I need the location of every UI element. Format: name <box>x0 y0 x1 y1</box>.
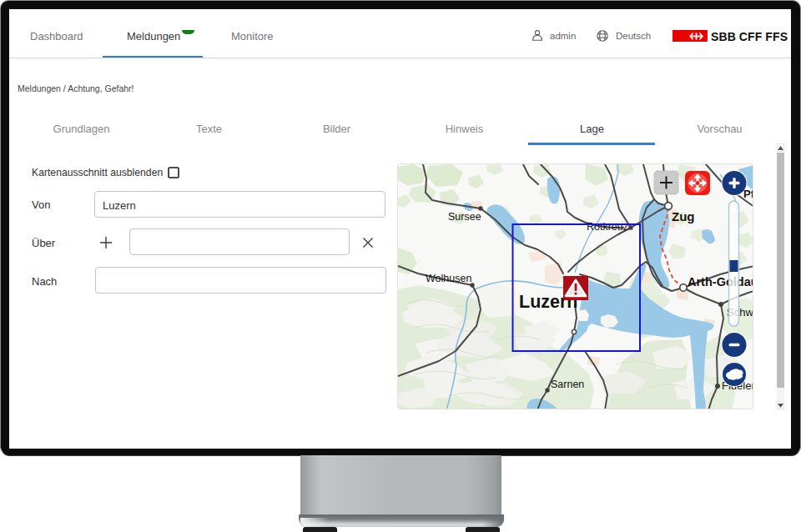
svg-text:Sursee: Sursee <box>448 211 481 223</box>
svg-text:Zug: Zug <box>672 209 695 223</box>
svg-text:Pf: Pf <box>743 188 753 200</box>
svg-text:Arth-Goldau: Arth-Goldau <box>688 275 753 289</box>
svg-text:Rotkreuz: Rotkreuz <box>587 221 628 233</box>
svg-text:Wolhusen: Wolhusen <box>426 273 471 284</box>
svg-text:Sarnen: Sarnen <box>551 379 584 390</box>
